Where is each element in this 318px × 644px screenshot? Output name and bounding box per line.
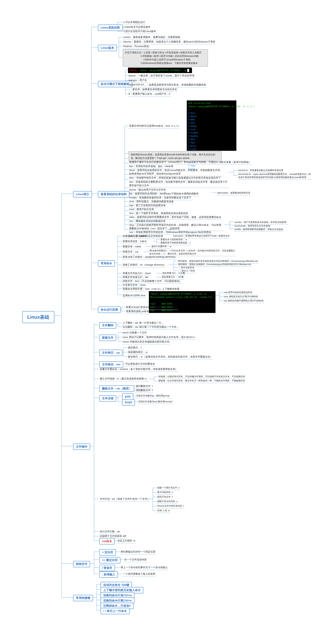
cmd-monitor[interactable]: 命令运行监测 xyxy=(98,306,121,313)
versions[interactable]: Linux版本 xyxy=(98,45,117,51)
centos: centos：服务器多用版本，免费且稳定，但更新较慢 xyxy=(123,35,181,40)
wc: 统计文件行数：wc xyxy=(99,530,121,534)
tar-z: 压缩 -z 或 -b xyxy=(157,509,170,513)
common-cmds[interactable]: 常用命令 xyxy=(98,260,115,267)
linux-intro[interactable]: Linux简介 xyxy=(73,191,92,198)
pwd: 获取当前工作路径：pwd(print working derictory) xyxy=(122,255,176,260)
usr-lib: /usr/lib：各种应用软件的函数库，目标文件存放地 xyxy=(234,228,283,232)
etc-init: /etc/init.d/：所有服务的默认启动脚本存放位置 xyxy=(238,168,284,173)
time-sys: sys 进程在内核中调用所占用CPU的时间 xyxy=(223,299,264,303)
ls: 查看目录信息：ls命令 xyxy=(122,239,147,244)
top: 查看正在运行的命令以及其使用的资源 top命令 xyxy=(125,305,178,310)
touch: touch 仅新建一个文件 xyxy=(122,331,147,335)
bzip2-note: 压缩文件后缀为bz2,解压用bunzip2 xyxy=(138,400,173,404)
redir2-note: 向一个文件追加内容 xyxy=(124,558,147,562)
adv3: 3.部分生信软件只有Linux版本 xyxy=(123,29,157,34)
cp-p: 保留属性拷贝：-p xyxy=(127,350,148,355)
rm[interactable]: 删除文件：rm（慎用） xyxy=(99,386,134,392)
tmp: /tmp：正在执行的程序暂时存放文件的目录，定期清理，建议少用rm命令，可以将需… xyxy=(129,223,224,231)
flip-rev: 左右翻转：rev 每行第一个字符变为最后一个字符… xyxy=(122,325,179,330)
pipe-note: 将上一个命令的结果作为下一个命令的输入 xyxy=(120,566,168,570)
redir-note: 将结果输出到另外一个指定位置 xyxy=(120,550,156,554)
dir-structure[interactable]: 查看系统的目录结构 xyxy=(98,191,129,198)
mv-note: 可以用来进行文件的重命名 xyxy=(125,362,156,366)
head-n: 指定查看几行：-n 行数 xyxy=(162,271,186,276)
tar-t: 列出tar文件中的目录内容 -t xyxy=(157,504,185,508)
root[interactable]: Linux基础 xyxy=(22,311,54,323)
ps: 查看系统进程 ps命令 xyxy=(125,310,150,314)
redhat: RedHat：与centos类似 xyxy=(123,44,149,49)
etc-xinetd: /etc/xinetd.d/：super daemon管理服务的配置文件。xin… xyxy=(238,172,312,180)
mkdir: 新建目录：mkdir xyxy=(122,244,142,249)
cp-b: 备份拷贝：-b （如果目标文件存在，则先备份目标文件，在将文件覆盖过去） xyxy=(127,355,213,359)
note-user: wangyu：用户名 xyxy=(128,78,148,83)
cut-d: 自定义分隔符 -d xyxy=(117,539,136,543)
time-real: real 程序开始到结束的总时长 xyxy=(223,291,253,295)
pipe[interactable]: | 管道符 xyxy=(99,565,115,571)
terminal-prompt: (base) (base) wangyu@DESKTOP-6T1B4KS: ~$ xyxy=(128,68,192,73)
boot: /boot：放置开机会使用的文件，包含Linux内核文件、开机菜单、开机的配置文… xyxy=(129,168,223,176)
special-chars[interactable]: 特殊符号 xyxy=(73,561,90,567)
lib-module: /lib/module：放置驱动程序的目录 xyxy=(217,191,251,195)
tar-f: 指定打包文件 -f xyxy=(157,495,173,499)
adv2: 2.bash命令可以简化操作 xyxy=(123,25,151,30)
df: 查看硬件信息：df命令 xyxy=(122,234,148,239)
mv[interactable]: 文件移动：mv xyxy=(99,361,123,368)
tree-note: 查看目录结构可以使用tree命令：tree -d -L 1 / xyxy=(129,124,180,128)
tail-n: 指定查看几行：-n行数 xyxy=(161,275,184,280)
time-user: user 进程真正执行占用CPU的时间 xyxy=(223,295,258,299)
gzip[interactable]: gzip xyxy=(122,393,133,400)
rm-r: 递归删除文件 -r xyxy=(135,384,153,389)
ln: 建立文件链接：ln（建立软连接添加参数-s） xyxy=(99,377,149,381)
stdin[interactable]: - 标准输入 xyxy=(99,571,118,578)
adv1: 1.可以长期稳定运行 xyxy=(123,20,146,25)
cmdline-parse[interactable]: 命令行模式下框框解析 xyxy=(98,81,132,87)
etc: /etc：存放系统的主要配置文件，包含账号密码文件，服务的启始文件等，建议该目录… xyxy=(129,180,229,188)
nano: nano 类似于记事本，保存时按照提示输入文件名等，退出为Ctrl+x xyxy=(122,335,195,340)
man: 查看命令帮助手册：man（man ls）上下键移动查看 xyxy=(122,287,180,292)
ln-soft: 软链接：以路径形式存在，可以跨越文件系统，可以链接不存在的文件名，可以链接目录 xyxy=(158,375,246,379)
bang[interactable]: ! ! 表示上一行命令 xyxy=(101,608,130,614)
tar-v: 显示详析信息 -v xyxy=(157,490,174,495)
cp[interactable]: 文件拷贝：cp xyxy=(99,350,123,356)
note-tilde: ~：家目录，如果更目录则更改为当前目录名 xyxy=(128,88,178,92)
tar-x: 抽取打包文件内容 -x xyxy=(157,500,178,504)
new-file[interactable]: 新建文件 xyxy=(99,334,116,341)
tar: 文件打包：tar（将多个文件打包为一个文件） xyxy=(99,497,150,502)
rename: 批量文件重命名：rename（各个系统可能不同，详析请查看帮助文档） xyxy=(99,367,178,372)
wsl-panel: 开启子系统方法：1.设置->更新与安全->开发者选项->切换至开发人员模式 2.… xyxy=(123,49,208,66)
gzip-note: 压缩文件后缀为gz，解压用gunzip xyxy=(136,394,170,398)
compress[interactable]: 文件压缩 xyxy=(99,395,116,402)
apt-note: 我使用的Ubuntu系统，这里我在安装tree命令的时候出现了问题，显示无法定位… xyxy=(129,151,222,162)
file-ops[interactable]: 文件操作 xyxy=(73,444,90,450)
note-dollar: $：普通用户输入命令，root用户为：# xyxy=(128,92,171,96)
note-base: (base)：一般没有，由于我安装了conda，显示了所在的环境 xyxy=(128,74,195,78)
redir2[interactable]: >> 重定向符 xyxy=(99,557,120,564)
stdin-note: 一个程序需要多个输入时使用 xyxy=(123,572,156,576)
cut[interactable]: cut命令 xyxy=(99,538,115,544)
cp-r: 递归拷贝：-r xyxy=(127,346,142,350)
terminal-tree: wzb directories$ (base) wangyu@DESKTOP-6… xyxy=(187,100,236,151)
time-label: 监测命令行的时 time xyxy=(122,294,146,298)
flip[interactable]: 文件翻转 xyxy=(99,322,116,328)
note-host: DESKTOP-6T…：如果是远程登录为宿主机名，本地电脑则为电脑名称 xyxy=(128,83,207,88)
flip-tac: 上下翻转：tac 第一行变为最后一行… xyxy=(122,321,164,326)
advantages[interactable]: Linux系统优势 xyxy=(98,24,123,31)
tar-c: 创建一个新打包文件 -c xyxy=(157,486,180,490)
normal-user: 普通用户通常只在自己的家目录下（/home/用户）和/tmp下有可写权限，可通过… xyxy=(129,160,251,165)
rm-f: 强制删除文件 -f xyxy=(135,388,153,393)
cat: 查看文件：cat xyxy=(122,250,139,254)
dev: /dev：存放硬件相关文件，所有的设备与接口设备都是以文件的形式存放在该目录下 xyxy=(129,176,221,180)
shortcuts[interactable]: 常用快捷键 xyxy=(73,595,93,601)
mkdir-p: 递归方式建目录：-p xyxy=(151,244,172,249)
ln-hard: 硬链接：以文件形式存在，除文件名不一样其他均一样，不能跨文件系统，不能链接目录 xyxy=(158,379,246,383)
ubuntu: Ubuntu：更新快，注重界面，比较适合个人电脑安装，最近win10支持Ubun… xyxy=(123,40,216,44)
cd: 切换工作路径：cd（change directory) xyxy=(122,263,165,268)
bzip2[interactable]: bzip2 xyxy=(122,399,135,406)
vi: vi/vim 功能强大的文本编辑器后面详析介绍 xyxy=(122,340,170,344)
redir[interactable]: > 定向符 xyxy=(99,549,116,556)
